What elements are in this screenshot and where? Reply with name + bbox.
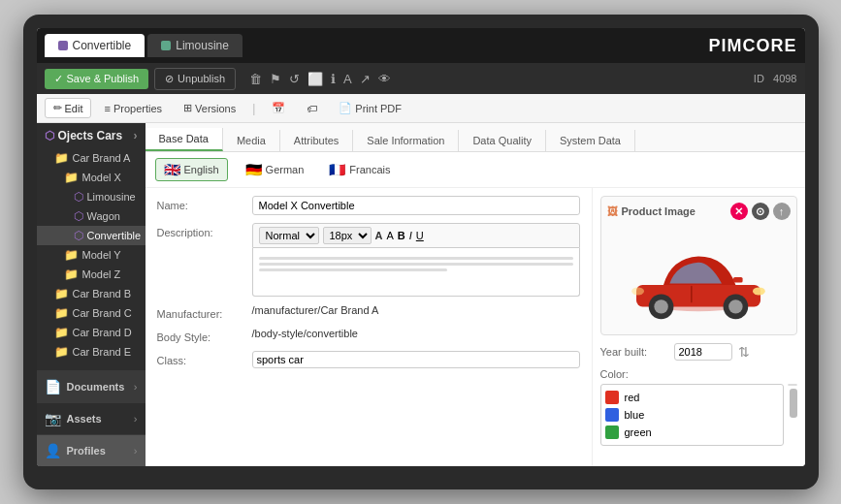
tree-item-car-brand-e[interactable]: 📁 Car Brand E [37,342,146,362]
properties-icon: ≡ [104,103,110,114]
target-image-button[interactable]: ⊙ [752,203,769,220]
svg-point-5 [728,299,742,313]
tab-data-quality[interactable]: Data Quality [459,130,546,151]
tab-system-data[interactable]: System Data [546,130,635,151]
main-layout: ⬡ Ojects Cars › 📁 Car Brand A 📁 Model X … [37,123,805,466]
class-field-row: Class: sports car sedan SUV truck [157,351,580,368]
object-icon: ⬡ [74,229,83,242]
color-label-row: Color: [600,368,797,380]
tab-limousine[interactable]: Limousine [147,34,243,57]
upload-image-button[interactable]: ↑ [773,203,791,220]
tree-item-model-z[interactable]: 📁 Model Z [37,265,146,284]
tab-limousine-label: Limousine [176,39,229,52]
flag-icon[interactable]: ⚑ [270,72,281,86]
year-spinner[interactable]: ⇅ [738,344,750,360]
external-link-icon[interactable]: ↗ [360,72,371,86]
svg-point-6 [753,287,765,295]
color-item-green[interactable]: green [605,424,780,441]
edit-button[interactable]: ✏ Edit [45,98,92,118]
tab-attributes[interactable]: Attributes [280,130,353,151]
tree-panel: 📁 Car Brand A 📁 Model X ⬡ Limousine ⬡ Wa… [37,148,146,370]
name-label: Name: [157,196,244,211]
content-tabs-bar: Base Data Media Attributes Sale Informat… [146,123,805,152]
tag-button[interactable]: 🏷 [298,99,326,118]
remove-image-button[interactable]: ✕ [730,203,748,220]
tab-system-data-label: System Data [560,135,621,146]
year-built-input[interactable] [674,343,732,361]
svg-point-7 [631,287,644,295]
svg-point-3 [654,299,667,313]
tree-label: Limousine [87,191,136,203]
tree-item-car-brand-c[interactable]: 📁 Car Brand C [37,303,146,323]
lang-french[interactable]: 🇫🇷 Francais [321,159,398,180]
versions-icon: ⊞ [183,102,192,114]
tab-media-label: Media [237,135,266,146]
color-list-scrollbar[interactable] [788,384,796,386]
main-toolbar: ✓ Save & Publish ⊘ Unpublish 🗑 ⚑ ↺ ⬜ ℹ A… [37,63,805,94]
print-pdf-label: Print PDF [355,103,402,114]
tab-base-data[interactable]: Base Data [146,128,223,151]
tree-label: Car Brand B [73,288,132,299]
tree-item-model-y[interactable]: 📁 Model Y [37,245,146,265]
nav-documents[interactable]: 📄 Documents › [37,370,146,402]
rte-body[interactable] [252,248,580,297]
schedule-button[interactable]: 📅 [263,98,294,118]
lang-german[interactable]: 🇩🇪 German [238,159,312,180]
tree-header: ⬡ Ojects Cars › [37,123,146,148]
rte-format-select[interactable]: Normal H1 H2 [259,227,319,244]
lang-english[interactable]: 🇬🇧 English [155,158,228,181]
sidebar: ⬡ Ojects Cars › 📁 Car Brand A 📁 Model X … [37,123,146,466]
color-name-blue: blue [625,409,645,421]
tree-header-label: Ojects Cars [58,129,123,142]
pdf-icon: 📄 [339,102,352,114]
color-swatch-blue [605,408,619,422]
save-publish-button[interactable]: ✓ Save & Publish [45,69,149,89]
unpublish-button[interactable]: ⊘ Unpublish [154,68,236,90]
copy-icon[interactable]: ⬜ [307,72,323,86]
tree-item-car-brand-d[interactable]: 📁 Car Brand D [37,323,146,342]
nav-assets[interactable]: 📷 Assets › [37,402,146,434]
trash-icon[interactable]: 🗑 [249,72,262,86]
rte-bold-icon[interactable]: B [398,230,405,241]
rte-highlight-icon[interactable]: A [386,230,393,241]
svg-rect-8 [691,286,693,303]
rte-italic-icon[interactable]: I [409,230,412,241]
tree-item-convertible[interactable]: ⬡ Convertible [37,226,146,245]
convertible-tab-icon [58,41,68,50]
info-icon[interactable]: ℹ [331,72,336,86]
properties-button[interactable]: ≡ Properties [95,99,171,118]
tab-convertible[interactable]: Convertible [45,34,146,57]
tab-convertible-label: Convertible [73,39,132,52]
nav-profiles[interactable]: 👤 Profiles › [37,434,146,466]
tree-label: Car Brand E [73,346,132,358]
color-item-blue[interactable]: blue [605,406,780,424]
folder-icon: 📁 [54,287,69,300]
eye-icon[interactable]: 👁 [378,72,391,86]
objects-icon: ⬡ [45,129,54,142]
tree-item-limousine[interactable]: ⬡ Limousine [37,187,146,206]
body-style-value: /body-style/convertible [252,328,580,339]
tree-item-wagon[interactable]: ⬡ Wagon [37,206,146,226]
rte-line-3 [259,268,447,271]
tree-label: Car Brand D [73,327,132,338]
print-pdf-button[interactable]: 📄 Print PDF [330,98,410,118]
tree-item-car-brand-a[interactable]: 📁 Car Brand A [37,148,146,168]
tab-sale-info[interactable]: Sale Information [353,130,459,151]
flag-de: 🇩🇪 [245,162,262,177]
versions-button[interactable]: ⊞ Versions [175,98,244,118]
svg-rect-9 [733,277,743,283]
tab-data-quality-label: Data Quality [472,135,532,146]
lang-english-label: English [184,164,219,175]
rte-font-color-icon[interactable]: A [375,230,383,241]
refresh-icon[interactable]: ↺ [289,72,300,86]
rte-underline-icon[interactable]: U [416,230,424,241]
translate-icon[interactable]: A [343,72,352,86]
color-field-row: Color: red blu [600,368,797,446]
tree-item-car-brand-b[interactable]: 📁 Car Brand B [37,284,146,303]
tree-item-model-x[interactable]: 📁 Model X [37,168,146,187]
class-select[interactable]: sports car sedan SUV truck [257,354,575,365]
rte-size-select[interactable]: 18px 12px 14px 24px [323,227,372,244]
color-item-red[interactable]: red [605,389,780,406]
tab-media[interactable]: Media [223,130,280,151]
name-input[interactable] [252,196,580,215]
